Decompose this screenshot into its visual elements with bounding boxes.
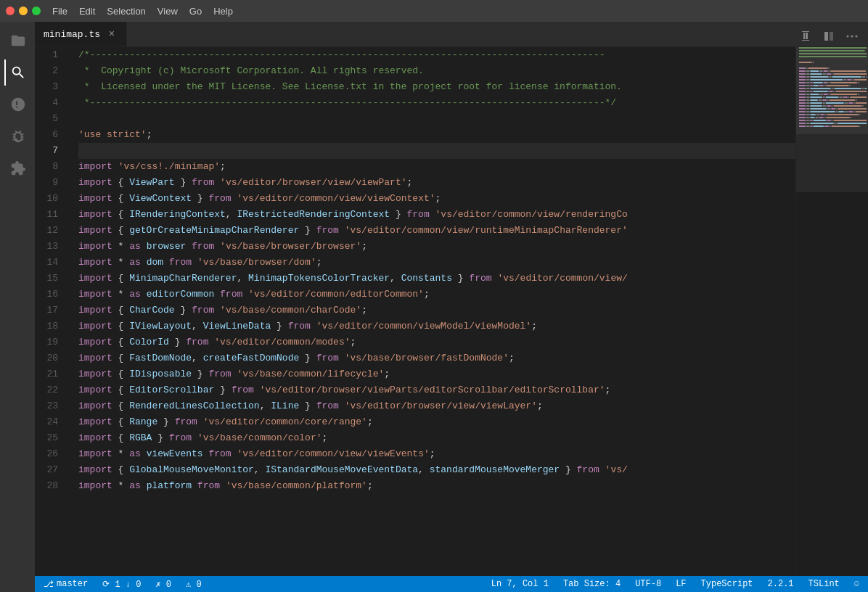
token — [242, 287, 248, 303]
token: ; — [435, 191, 441, 207]
code-line: import { Range } from 'vs/editor/common/… — [78, 414, 795, 430]
token: from — [469, 271, 491, 287]
token: ; — [361, 303, 367, 318]
tab-bar: minimap.ts × — [35, 22, 868, 47]
line-number: 16 — [35, 287, 70, 303]
token: from — [208, 191, 231, 207]
token: { — [112, 303, 129, 318]
menu-go[interactable]: Go — [189, 6, 202, 17]
sync-label: ⟳ 1 ↓ 0 — [102, 579, 141, 590]
token: as — [129, 287, 141, 303]
token: from — [407, 207, 430, 223]
cursor-position[interactable]: Ln 7, Col 1 — [488, 576, 552, 592]
token: from — [288, 318, 311, 334]
ts-version-status[interactable]: 2.2.1 — [765, 576, 797, 592]
split-editor-button[interactable] — [795, 26, 816, 46]
token: import — [78, 334, 112, 350]
token: } — [390, 207, 406, 223]
token: IStandardMouseMoveEventData — [265, 462, 418, 478]
errors-label: ✗ 0 — [155, 579, 171, 590]
toggle-sidebar-button[interactable] — [819, 26, 839, 46]
token: 'vs/base/common/charCode' — [220, 303, 361, 318]
maximize-button[interactable] — [32, 7, 41, 15]
explorer-icon[interactable] — [4, 28, 30, 54]
smiley-icon: ☺ — [854, 579, 859, 589]
token: } — [560, 462, 576, 478]
active-tab[interactable]: minimap.ts × — [35, 22, 127, 46]
token: } — [214, 382, 231, 398]
more-actions-button[interactable] — [842, 26, 862, 46]
tab-size-status[interactable]: Tab Size: 4 — [560, 576, 623, 592]
token: import — [78, 446, 112, 462]
feedback-button[interactable]: ☺ — [851, 576, 862, 592]
token: 'vs/base/browser/browser' — [220, 239, 361, 255]
token — [339, 223, 345, 239]
line-number: 18 — [35, 318, 70, 334]
tab-actions — [795, 26, 868, 46]
source-control-icon[interactable] — [4, 91, 30, 118]
token: 'use strict' — [78, 127, 147, 143]
close-button[interactable] — [6, 7, 15, 15]
sync-status[interactable]: ⟳ 1 ↓ 0 — [99, 576, 144, 592]
warnings-status[interactable]: ⚠ 0 — [183, 576, 205, 592]
language-status[interactable]: TypeScript — [698, 576, 756, 592]
token: import — [78, 382, 112, 398]
token: /*--------------------------------------… — [78, 47, 605, 63]
menu-view[interactable]: View — [157, 6, 178, 17]
token: , — [192, 318, 203, 334]
tab-close-button[interactable]: × — [106, 28, 118, 40]
titlebar: File Edit Selection View Go Help — [0, 0, 868, 22]
tslint-status[interactable]: TSLint — [806, 576, 843, 592]
token: ; — [367, 414, 373, 430]
token: ; — [531, 318, 537, 334]
token: 'vs/editor/common/view/ — [497, 271, 627, 287]
code-line: import * as viewEvents from 'vs/editor/c… — [78, 446, 795, 462]
line-ending-status[interactable]: LF — [673, 576, 689, 592]
token — [599, 462, 605, 478]
token — [214, 303, 220, 318]
token: import — [78, 430, 112, 446]
menu-help[interactable]: Help — [213, 6, 233, 17]
menu-file[interactable]: File — [52, 6, 67, 17]
token: { — [112, 223, 129, 239]
token: 'vs/editor/common/view/viewContext' — [237, 191, 435, 207]
token: ; — [351, 334, 356, 350]
token — [208, 334, 214, 350]
code-line — [78, 143, 795, 159]
token: import — [78, 350, 112, 366]
token: import — [78, 255, 112, 271]
branch-status[interactable]: ⎇ master — [41, 576, 91, 592]
debug-icon[interactable] — [4, 123, 30, 149]
menu-edit[interactable]: Edit — [79, 6, 95, 17]
token: , — [226, 207, 237, 223]
menu-selection[interactable]: Selection — [107, 6, 145, 17]
errors-status[interactable]: ✗ 0 — [152, 576, 174, 592]
token: import — [78, 159, 112, 175]
minimize-button[interactable] — [19, 7, 28, 15]
extensions-icon[interactable] — [4, 155, 30, 181]
line-number: 10 — [35, 191, 70, 207]
minimap[interactable] — [795, 47, 868, 576]
token: ; — [407, 175, 413, 191]
search-icon[interactable] — [4, 59, 30, 86]
token — [192, 255, 197, 271]
token: Constants — [401, 271, 452, 287]
token: browser — [141, 239, 192, 255]
code-line: import { CharCode } from 'vs/base/common… — [78, 303, 795, 318]
token: ; — [367, 478, 373, 494]
token: ; — [537, 398, 543, 414]
token: FastDomNode — [129, 350, 192, 366]
token: from — [197, 478, 220, 494]
editor-area: minimap.ts × 123456789101112131415161718… — [35, 22, 868, 592]
code-content[interactable]: /*--------------------------------------… — [75, 47, 795, 576]
line-number: 28 — [35, 478, 70, 494]
token — [492, 271, 498, 287]
encoding-status[interactable]: UTF-8 — [632, 576, 664, 592]
line-number: 9 — [35, 175, 70, 191]
svg-rect-1 — [830, 32, 833, 41]
token: from — [192, 175, 214, 191]
token: from — [316, 350, 339, 366]
token: dom — [141, 255, 169, 271]
code-editor[interactable]: 1234567891011121314151617181920212223242… — [35, 47, 868, 576]
token — [197, 414, 203, 430]
